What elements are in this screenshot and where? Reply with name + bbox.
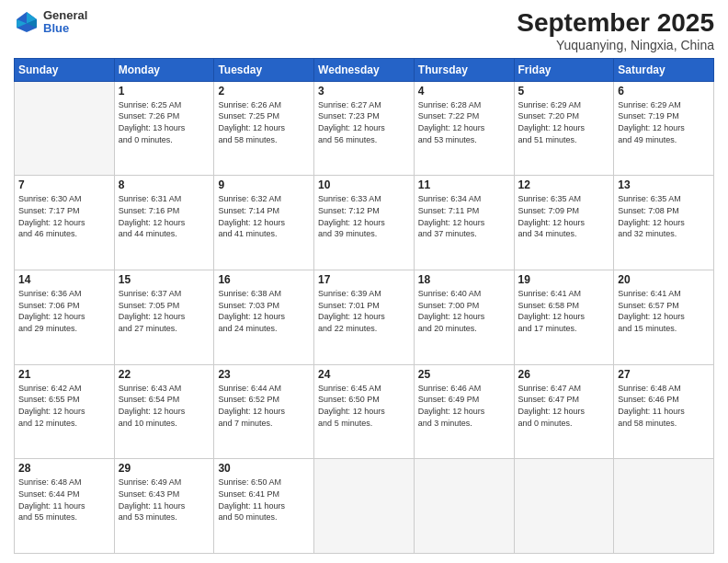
day-cell: 5Sunrise: 6:29 AMSunset: 7:20 PMDaylight… [514, 81, 614, 176]
day-info: Sunrise: 6:34 AMSunset: 7:11 PMDaylight:… [418, 193, 510, 239]
calendar-header: SundayMondayTuesdayWednesdayThursdayFrid… [15, 58, 714, 81]
day-info: Sunrise: 6:39 AMSunset: 7:01 PMDaylight:… [318, 288, 410, 334]
logo: General Blue [14, 9, 87, 36]
day-cell: 25Sunrise: 6:46 AMSunset: 6:49 PMDayligh… [414, 364, 514, 459]
day-info: Sunrise: 6:38 AMSunset: 7:03 PMDaylight:… [218, 288, 310, 334]
day-info: Sunrise: 6:50 AMSunset: 6:41 PMDaylight:… [218, 477, 310, 523]
day-number: 4 [418, 85, 510, 98]
title-block: September 2025 Yuquanying, Ningxia, Chin… [517, 9, 714, 52]
day-number: 2 [218, 85, 310, 98]
day-info: Sunrise: 6:30 AMSunset: 7:17 PMDaylight:… [18, 193, 110, 239]
header: General Blue September 2025 Yuquanying, … [14, 9, 714, 52]
day-number: 5 [518, 85, 610, 98]
day-header-friday: Friday [514, 58, 614, 81]
day-number: 27 [618, 368, 710, 381]
day-info: Sunrise: 6:42 AMSunset: 6:55 PMDaylight:… [18, 383, 110, 429]
day-number: 18 [418, 273, 510, 286]
day-number: 19 [518, 273, 610, 286]
day-number: 12 [518, 178, 610, 191]
day-number: 28 [18, 462, 110, 475]
day-number: 13 [618, 178, 710, 191]
logo-text: General Blue [43, 9, 87, 36]
calendar-table: SundayMondayTuesdayWednesdayThursdayFrid… [14, 58, 714, 554]
day-number: 29 [119, 462, 210, 475]
day-cell: 27Sunrise: 6:48 AMSunset: 6:46 PMDayligh… [614, 364, 714, 459]
day-header-monday: Monday [114, 58, 214, 81]
day-cell: 16Sunrise: 6:38 AMSunset: 7:03 PMDayligh… [214, 270, 314, 365]
day-cell: 18Sunrise: 6:40 AMSunset: 7:00 PMDayligh… [414, 270, 514, 365]
day-info: Sunrise: 6:44 AMSunset: 6:52 PMDaylight:… [218, 383, 310, 429]
day-number: 11 [418, 178, 510, 191]
day-info: Sunrise: 6:43 AMSunset: 6:54 PMDaylight:… [119, 383, 210, 429]
calendar-title: September 2025 [517, 9, 714, 38]
day-number: 25 [418, 368, 510, 381]
logo-line1: General [43, 9, 87, 22]
week-row-5: 28Sunrise: 6:48 AMSunset: 6:44 PMDayligh… [15, 459, 714, 554]
day-header-thursday: Thursday [414, 58, 514, 81]
day-number: 3 [318, 85, 410, 98]
day-cell: 8Sunrise: 6:31 AMSunset: 7:16 PMDaylight… [114, 176, 214, 270]
day-cell: 1Sunrise: 6:25 AMSunset: 7:26 PMDaylight… [114, 81, 214, 176]
day-info: Sunrise: 6:28 AMSunset: 7:22 PMDaylight:… [418, 99, 510, 145]
day-header-sunday: Sunday [15, 58, 115, 81]
day-number: 7 [18, 178, 110, 191]
day-info: Sunrise: 6:49 AMSunset: 6:43 PMDaylight:… [119, 477, 210, 523]
day-info: Sunrise: 6:47 AMSunset: 6:47 PMDaylight:… [518, 383, 610, 429]
day-cell: 2Sunrise: 6:26 AMSunset: 7:25 PMDaylight… [214, 81, 314, 176]
day-number: 14 [18, 273, 110, 286]
day-info: Sunrise: 6:41 AMSunset: 6:57 PMDaylight:… [618, 288, 710, 334]
logo-line2: Blue [43, 22, 87, 35]
days-header-row: SundayMondayTuesdayWednesdayThursdayFrid… [15, 58, 714, 81]
day-info: Sunrise: 6:46 AMSunset: 6:49 PMDaylight:… [418, 383, 510, 429]
day-cell [614, 459, 714, 554]
day-cell: 21Sunrise: 6:42 AMSunset: 6:55 PMDayligh… [15, 364, 115, 459]
day-cell [314, 459, 415, 554]
day-cell [15, 81, 115, 176]
day-cell: 12Sunrise: 6:35 AMSunset: 7:09 PMDayligh… [514, 176, 614, 270]
day-cell: 3Sunrise: 6:27 AMSunset: 7:23 PMDaylight… [314, 81, 415, 176]
day-header-tuesday: Tuesday [214, 58, 314, 81]
week-row-2: 7Sunrise: 6:30 AMSunset: 7:17 PMDaylight… [15, 176, 714, 270]
day-number: 22 [119, 368, 210, 381]
day-cell: 15Sunrise: 6:37 AMSunset: 7:05 PMDayligh… [114, 270, 214, 365]
day-number: 10 [318, 178, 410, 191]
day-number: 17 [318, 273, 410, 286]
day-cell: 7Sunrise: 6:30 AMSunset: 7:17 PMDaylight… [15, 176, 115, 270]
day-cell: 13Sunrise: 6:35 AMSunset: 7:08 PMDayligh… [614, 176, 714, 270]
day-cell [514, 459, 614, 554]
day-cell: 6Sunrise: 6:29 AMSunset: 7:19 PMDaylight… [614, 81, 714, 176]
day-info: Sunrise: 6:27 AMSunset: 7:23 PMDaylight:… [318, 99, 410, 145]
day-cell [414, 459, 514, 554]
day-cell: 28Sunrise: 6:48 AMSunset: 6:44 PMDayligh… [15, 459, 115, 554]
day-info: Sunrise: 6:32 AMSunset: 7:14 PMDaylight:… [218, 193, 310, 239]
day-cell: 24Sunrise: 6:45 AMSunset: 6:50 PMDayligh… [314, 364, 415, 459]
day-info: Sunrise: 6:45 AMSunset: 6:50 PMDaylight:… [318, 383, 410, 429]
day-info: Sunrise: 6:48 AMSunset: 6:44 PMDaylight:… [18, 477, 110, 523]
day-number: 15 [119, 273, 210, 286]
day-number: 16 [218, 273, 310, 286]
day-number: 23 [218, 368, 310, 381]
day-cell: 11Sunrise: 6:34 AMSunset: 7:11 PMDayligh… [414, 176, 514, 270]
day-cell: 14Sunrise: 6:36 AMSunset: 7:06 PMDayligh… [15, 270, 115, 365]
day-info: Sunrise: 6:25 AMSunset: 7:26 PMDaylight:… [119, 99, 210, 145]
day-info: Sunrise: 6:29 AMSunset: 7:20 PMDaylight:… [518, 99, 610, 145]
logo-icon [14, 9, 40, 35]
day-number: 8 [119, 178, 210, 191]
day-cell: 19Sunrise: 6:41 AMSunset: 6:58 PMDayligh… [514, 270, 614, 365]
page: General Blue September 2025 Yuquanying, … [0, 0, 728, 563]
day-info: Sunrise: 6:31 AMSunset: 7:16 PMDaylight:… [119, 193, 210, 239]
day-info: Sunrise: 6:26 AMSunset: 7:25 PMDaylight:… [218, 99, 310, 145]
calendar-body: 1Sunrise: 6:25 AMSunset: 7:26 PMDaylight… [15, 81, 714, 553]
day-number: 24 [318, 368, 410, 381]
day-cell: 22Sunrise: 6:43 AMSunset: 6:54 PMDayligh… [114, 364, 214, 459]
day-cell: 17Sunrise: 6:39 AMSunset: 7:01 PMDayligh… [314, 270, 415, 365]
day-cell: 23Sunrise: 6:44 AMSunset: 6:52 PMDayligh… [214, 364, 314, 459]
day-info: Sunrise: 6:40 AMSunset: 7:00 PMDaylight:… [418, 288, 510, 334]
day-number: 9 [218, 178, 310, 191]
day-header-saturday: Saturday [614, 58, 714, 81]
day-number: 26 [518, 368, 610, 381]
day-number: 21 [18, 368, 110, 381]
day-number: 20 [618, 273, 710, 286]
day-cell: 29Sunrise: 6:49 AMSunset: 6:43 PMDayligh… [114, 459, 214, 554]
day-info: Sunrise: 6:35 AMSunset: 7:09 PMDaylight:… [518, 193, 610, 239]
